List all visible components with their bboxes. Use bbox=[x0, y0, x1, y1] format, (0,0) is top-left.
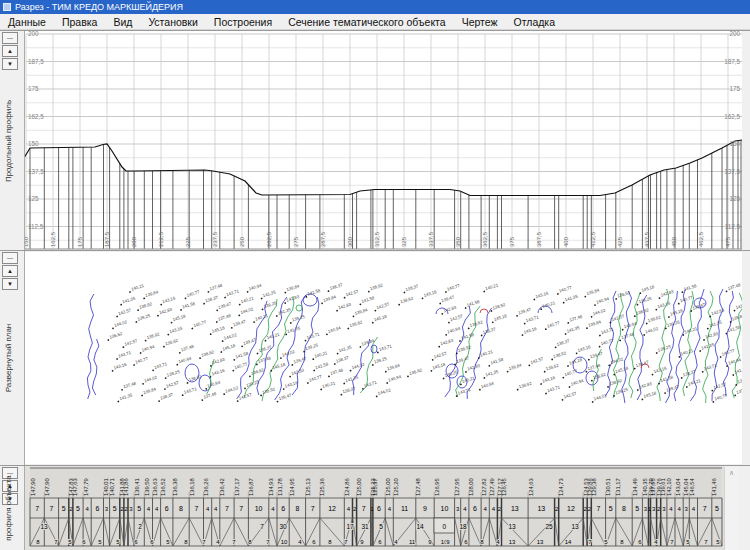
svg-text:7: 7 bbox=[225, 505, 229, 512]
svg-text:18: 18 bbox=[459, 523, 467, 530]
svg-text:2: 2 bbox=[138, 523, 142, 530]
svg-text:250: 250 bbox=[239, 236, 245, 247]
svg-text:7: 7 bbox=[49, 505, 53, 512]
scroll-down-button[interactable]: ▼ bbox=[2, 278, 18, 290]
scroll-down-button[interactable]: ▼ bbox=[2, 58, 18, 70]
svg-text:7: 7 bbox=[239, 505, 243, 512]
svg-text:125: 125 bbox=[28, 195, 39, 202]
svg-text:131,17: 131,17 bbox=[615, 478, 621, 496]
svg-text:130,51: 130,51 bbox=[605, 478, 611, 496]
svg-text:10: 10 bbox=[281, 539, 288, 545]
svg-text:125,37: 125,37 bbox=[372, 478, 378, 496]
svg-text:7: 7 bbox=[703, 505, 707, 512]
svg-text:13: 13 bbox=[511, 505, 519, 512]
svg-text:475: 475 bbox=[725, 236, 731, 247]
scroll-up-button[interactable]: ▲ bbox=[2, 265, 18, 277]
svg-text:112,5: 112,5 bbox=[725, 223, 741, 230]
svg-text:124,73: 124,73 bbox=[558, 478, 564, 496]
svg-text:5: 5 bbox=[715, 505, 719, 512]
grid-panel-scrollbar[interactable]: ∧ bbox=[724, 467, 738, 550]
svg-text:125,00: 125,00 bbox=[356, 478, 362, 496]
svg-text:137,95: 137,95 bbox=[650, 478, 656, 496]
svg-text:300: 300 bbox=[347, 236, 353, 247]
splitter-handle-button[interactable]: — bbox=[2, 32, 18, 44]
svg-text:150: 150 bbox=[28, 140, 39, 147]
svg-text:6: 6 bbox=[473, 505, 477, 512]
profile-plot[interactable]: 200200187,5187,5175175162,5162,515015013… bbox=[0, 31, 750, 251]
svg-text:462,5: 462,5 bbox=[698, 231, 704, 247]
svg-text:139,50: 139,50 bbox=[144, 478, 150, 496]
menu-item-2[interactable]: Правка bbox=[54, 15, 105, 29]
app-icon bbox=[3, 3, 11, 11]
svg-text:31: 31 bbox=[361, 523, 369, 530]
svg-text:7: 7 bbox=[597, 505, 601, 512]
svg-text:187,5: 187,5 bbox=[104, 231, 110, 247]
app-window: Разрез - ТИМ КРЕДО МАРКШЕЙДЕРИЯ ДанныеПр… bbox=[0, 0, 750, 550]
svg-text:200: 200 bbox=[729, 31, 740, 37]
menu-item-1[interactable]: Данные bbox=[0, 15, 54, 29]
menu-item-3[interactable]: Вид bbox=[105, 15, 140, 29]
profile-grid-table[interactable]: 147,90147,90147,83147,63147,79140,01140,… bbox=[0, 466, 750, 550]
svg-text:14: 14 bbox=[565, 539, 572, 545]
plan-plot[interactable]: 140,21141,35139,84142,57138,92143,16140,… bbox=[0, 251, 750, 466]
svg-text:136,38: 136,38 bbox=[172, 478, 178, 496]
menu-item-8[interactable]: Отладка bbox=[506, 15, 564, 29]
menu-item-5[interactable]: Построения bbox=[206, 15, 280, 29]
svg-text:237,5: 237,5 bbox=[212, 231, 218, 247]
menu-item-7[interactable]: Чертеж bbox=[454, 15, 506, 29]
svg-text:30: 30 bbox=[279, 523, 287, 530]
svg-text:137,48: 137,48 bbox=[744, 341, 750, 350]
svg-text:11: 11 bbox=[401, 505, 408, 512]
svg-text:13: 13 bbox=[537, 539, 544, 545]
svg-text:139,61: 139,61 bbox=[660, 478, 666, 496]
svg-text:10: 10 bbox=[441, 505, 449, 512]
svg-text:126,95: 126,95 bbox=[434, 478, 440, 496]
svg-text:127,82: 127,82 bbox=[481, 478, 487, 496]
svg-text:412,5: 412,5 bbox=[590, 231, 596, 247]
scrollbar-up-icon[interactable]: ∧ bbox=[725, 467, 738, 480]
svg-text:139,41: 139,41 bbox=[134, 478, 140, 496]
svg-text:141,86: 141,86 bbox=[123, 478, 129, 496]
svg-text:7: 7 bbox=[260, 523, 264, 530]
splitter-handle-button[interactable]: — bbox=[2, 252, 18, 264]
svg-text:6: 6 bbox=[281, 505, 285, 512]
svg-text:137,5: 137,5 bbox=[724, 168, 740, 175]
svg-text:13: 13 bbox=[509, 539, 516, 545]
svg-text:12: 12 bbox=[567, 505, 575, 512]
svg-text:13: 13 bbox=[537, 505, 545, 512]
menu-item-4[interactable]: Установки bbox=[140, 15, 205, 29]
svg-text:124,86: 124,86 bbox=[344, 478, 350, 496]
svg-text:136,26: 136,26 bbox=[203, 478, 209, 496]
svg-text:131,78: 131,78 bbox=[277, 478, 283, 496]
svg-text:125,13: 125,13 bbox=[305, 478, 311, 496]
window-title: Разрез - ТИМ КРЕДО МАРКШЕЙДЕРИЯ bbox=[15, 2, 183, 12]
svg-text:350: 350 bbox=[455, 236, 461, 247]
svg-text:127,95: 127,95 bbox=[454, 478, 460, 496]
svg-text:5: 5 bbox=[379, 523, 383, 530]
svg-text:13: 13 bbox=[40, 523, 48, 530]
svg-text:136,52: 136,52 bbox=[160, 478, 166, 496]
svg-text:162,5: 162,5 bbox=[50, 231, 56, 247]
svg-text:136,18: 136,18 bbox=[189, 478, 195, 496]
svg-text:141,46: 141,46 bbox=[711, 478, 717, 496]
menu-item-6[interactable]: Сечение тематического объекта bbox=[280, 15, 453, 29]
svg-text:162,5: 162,5 bbox=[724, 113, 740, 120]
scroll-up-button[interactable]: ▲ bbox=[2, 45, 18, 57]
svg-text:140,71: 140,71 bbox=[109, 478, 115, 496]
svg-text:187,5: 187,5 bbox=[28, 58, 44, 65]
svg-text:400: 400 bbox=[563, 236, 569, 247]
svg-text:262,5: 262,5 bbox=[266, 231, 272, 247]
svg-text:312,5: 312,5 bbox=[374, 231, 380, 247]
svg-text:162,5: 162,5 bbox=[28, 113, 44, 120]
svg-text:7: 7 bbox=[362, 505, 366, 512]
svg-text:12: 12 bbox=[328, 505, 336, 512]
title-bar: Разрез - ТИМ КРЕДО МАРКШЕЙДЕРИЯ bbox=[0, 0, 750, 14]
svg-text:134,93: 134,93 bbox=[268, 478, 274, 496]
svg-text:147,79: 147,79 bbox=[83, 478, 89, 496]
svg-text:127,48: 127,48 bbox=[415, 478, 421, 496]
svg-text:8: 8 bbox=[622, 505, 626, 512]
svg-text:147,90: 147,90 bbox=[30, 478, 36, 496]
svg-text:7: 7 bbox=[35, 505, 39, 512]
svg-text:5: 5 bbox=[137, 505, 141, 512]
longitudinal-profile-panel: 200200187,5187,5175175162,5162,515015013… bbox=[0, 30, 750, 250]
